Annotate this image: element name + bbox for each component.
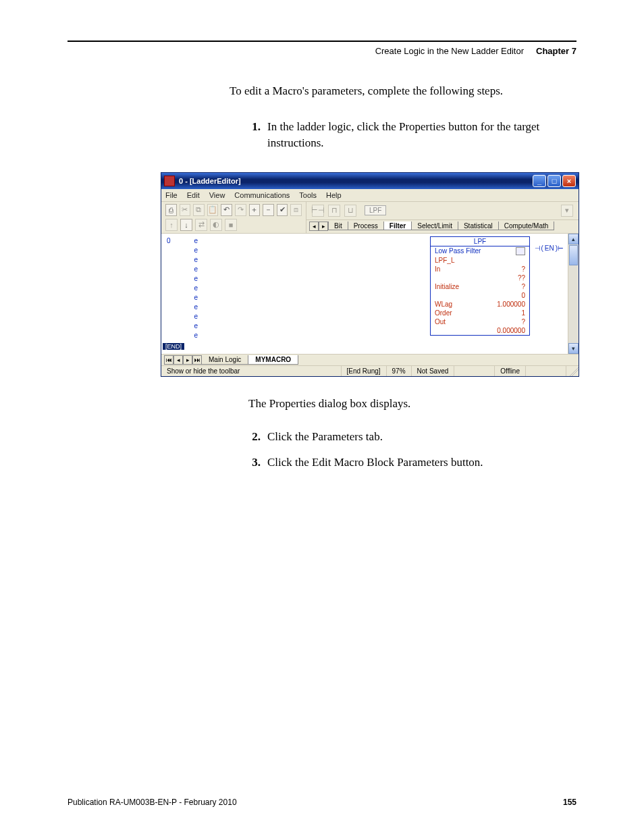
rung-icon[interactable]: ⊢⊣ <box>312 205 324 217</box>
status-zoom: 97% <box>387 366 412 376</box>
titlebar[interactable]: 0 - [LadderEditor] _ □ × <box>161 173 579 189</box>
publication-info: Publication RA-UM003B-EN-P - February 20… <box>68 798 237 807</box>
menubar[interactable]: File Edit View Communications Tools Help <box>161 189 579 202</box>
lpf-block-header: LPF <box>431 237 529 246</box>
intro-text: To edit a Macro's parameters, complete t… <box>230 83 576 100</box>
tab-filter[interactable]: Filter <box>383 221 412 230</box>
step-text: Click the Edit Macro Block Parameters bu… <box>267 454 576 471</box>
step-num: 2. <box>248 429 261 446</box>
branch-level-icon[interactable]: ⊔ <box>344 205 356 217</box>
caption-text: The Properties dialog box displays. <box>248 396 576 413</box>
scroll-thumb[interactable] <box>569 245 578 265</box>
status-save: Not Saved <box>412 366 455 376</box>
menu-file[interactable]: File <box>165 191 178 199</box>
header-chapter: Chapter 7 <box>536 46 576 56</box>
step-text: In the ladder logic, click the Propertie… <box>267 119 576 152</box>
go-online-icon[interactable]: ⇄ <box>195 219 207 231</box>
status-bar: Show or hide the toolbar [End Rung] 97% … <box>161 365 579 376</box>
en-output: ⊣(EN)⊢ <box>535 244 564 252</box>
lpf-instruction-block[interactable]: LPF Low Pass Filter LPF_L In? ?? Initial… <box>430 236 530 336</box>
download-icon[interactable]: ↓ <box>180 219 192 231</box>
rung-gutter: 0e e e e e e e e e e e [END] <box>161 234 203 354</box>
step-2: 2. Click the Parameters tab. <box>248 429 576 446</box>
tab-scroll-left[interactable]: ◂ <box>309 221 319 231</box>
dropdown-icon[interactable]: ▾ <box>561 205 573 217</box>
element-toolbar: ⊢⊣ ⊓ ⊔ LPF ▾ <box>306 202 579 220</box>
paste-icon[interactable]: 📋 <box>207 204 219 216</box>
minimize-button[interactable]: _ <box>533 175 546 187</box>
tab-mymacro[interactable]: MYMACRO <box>248 355 298 365</box>
print-icon[interactable]: ⎙ <box>165 204 177 216</box>
resize-grip-icon[interactable] <box>566 366 579 376</box>
end-rung-label: [END] <box>163 343 184 350</box>
vertical-scrollbar[interactable]: ▴ ▾ <box>568 234 579 354</box>
scroll-up-icon[interactable]: ▴ <box>568 234 579 244</box>
build-icon[interactable]: ⧈ <box>290 204 302 216</box>
page-number: 155 <box>563 798 576 807</box>
branch-icon[interactable]: ⊓ <box>328 205 340 217</box>
redo-icon[interactable]: ↷ <box>235 204 246 216</box>
main-toolbar: ⎙ ✂ ⧉ 📋 ↶ ↷ ＋ － ✔ ⧈ ↑ ↓ ⇄ ◐ ■ <box>161 202 306 233</box>
routine-last-icon[interactable]: ⏭ <box>192 355 202 365</box>
selected-element-label: LPF <box>365 205 386 215</box>
menu-view[interactable]: View <box>209 191 225 199</box>
cut-icon[interactable]: ✂ <box>180 204 191 216</box>
tab-scroll-right[interactable]: ▸ <box>319 221 328 231</box>
tab-compute-math[interactable]: Compute/Math <box>498 221 555 230</box>
window-title: 0 - [LadderEditor] <box>179 177 533 185</box>
routine-first-icon[interactable]: ⏮ <box>164 355 173 365</box>
status-hint: Show or hide the toolbar <box>161 366 342 376</box>
tab-bit[interactable]: Bit <box>328 221 348 230</box>
tab-main-logic[interactable]: Main Logic <box>201 355 248 365</box>
tab-process[interactable]: Process <box>348 221 384 230</box>
tab-statistical[interactable]: Statistical <box>458 221 499 230</box>
menu-tools[interactable]: Tools <box>299 191 317 199</box>
zoom-in-icon[interactable]: ＋ <box>249 204 261 216</box>
monitor-icon[interactable]: ◐ <box>210 219 222 231</box>
maximize-button[interactable]: □ <box>547 175 561 187</box>
stop-icon[interactable]: ■ <box>225 219 237 231</box>
copy-icon[interactable]: ⧉ <box>193 204 205 216</box>
menu-communications[interactable]: Communications <box>234 191 290 199</box>
upload-icon[interactable]: ↑ <box>165 219 178 231</box>
menu-edit[interactable]: Edit <box>187 191 200 199</box>
ladder-canvas[interactable]: 0e e e e e e e e e e e [END] LPF Low Pas… <box>161 234 579 354</box>
undo-icon[interactable]: ↶ <box>221 204 232 216</box>
routine-next-icon[interactable]: ▸ <box>183 355 192 365</box>
tab-select-limit[interactable]: Select/Limit <box>411 221 458 230</box>
scroll-down-icon[interactable]: ▾ <box>568 343 579 354</box>
close-button[interactable]: × <box>562 175 576 187</box>
routine-prev-icon[interactable]: ◂ <box>173 355 183 365</box>
verify-icon[interactable]: ✔ <box>277 204 288 216</box>
category-tabs: ◂ ▸ Bit Process Filter Select/Limit Stat… <box>306 220 579 232</box>
step-3: 3. Click the Edit Macro Block Parameters… <box>248 454 576 471</box>
step-1: 1. In the ladder logic, click the Proper… <box>248 119 576 152</box>
routine-tabs: ⏮ ◂ ▸ ⏭ Main Logic MYMACRO <box>161 354 579 365</box>
properties-button-icon[interactable] <box>516 247 525 255</box>
zoom-out-icon[interactable]: － <box>263 204 274 216</box>
step-num: 3. <box>248 454 261 471</box>
menu-help[interactable]: Help <box>326 191 342 199</box>
status-rung: [End Rung] <box>342 366 387 376</box>
header-section: Create Logic in the New Ladder Editor <box>375 46 524 56</box>
step-num: 1. <box>248 119 261 152</box>
status-connection: Offline <box>495 366 526 376</box>
step-text: Click the Parameters tab. <box>267 429 576 446</box>
app-icon <box>164 176 175 186</box>
ladder-editor-window: 0 - [LadderEditor] _ □ × File Edit View … <box>161 172 579 377</box>
